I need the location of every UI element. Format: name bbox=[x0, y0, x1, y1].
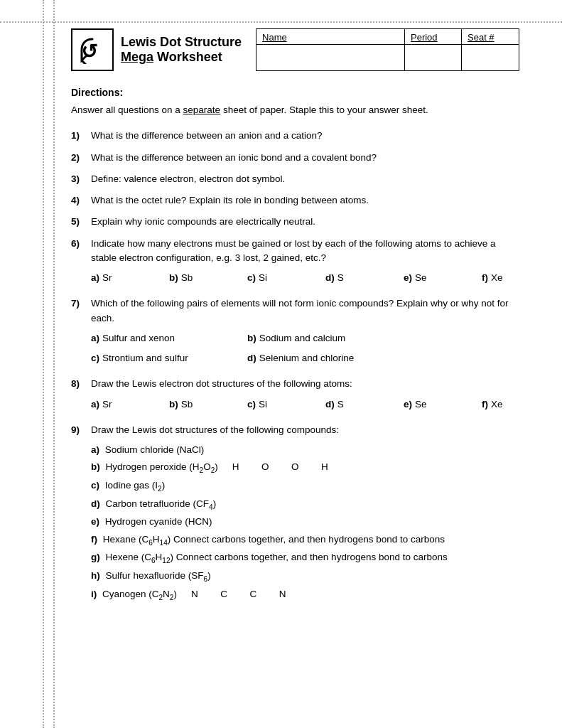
field-name-value[interactable] bbox=[256, 45, 404, 70]
q8-number: 8) bbox=[71, 377, 91, 391]
q6-number: 6) bbox=[71, 237, 91, 251]
dotted-line-left1 bbox=[43, 0, 44, 728]
q8-d-label: d) bbox=[325, 397, 335, 412]
q6-c-value: Si bbox=[259, 271, 267, 285]
q8-c-label: c) bbox=[247, 397, 256, 412]
q6-c-label: c) bbox=[247, 271, 256, 285]
q9-number: 9) bbox=[71, 423, 91, 437]
q9-g: g) Hexene (C6H12) Connect carbons togeth… bbox=[91, 550, 448, 566]
q6-text: Indicate how many electrons must be gain… bbox=[91, 237, 519, 266]
q7-b-label: b) bbox=[247, 331, 256, 346]
q7-d-value: Selenium and chlorine bbox=[259, 351, 355, 365]
header-title: Lewis Dot Structure Mega Worksheet bbox=[121, 28, 242, 71]
directions-underline: separate bbox=[183, 105, 221, 115]
directions-pre: Answer all questions on a bbox=[71, 105, 183, 115]
dotted-line-left2 bbox=[53, 0, 55, 728]
question-1: 1) What is the difference between an ani… bbox=[71, 129, 519, 143]
field-name: Name bbox=[256, 29, 405, 70]
q6-d-label: d) bbox=[325, 271, 335, 285]
q8-c: c) Si bbox=[247, 397, 325, 412]
q9-e-label: e) bbox=[91, 515, 99, 529]
header-icon-box: ↺ bbox=[71, 28, 114, 71]
q8-e-label: e) bbox=[404, 397, 412, 412]
q7-a-label: a) bbox=[91, 331, 99, 346]
field-seat-label: Seat # bbox=[462, 29, 519, 45]
q8-e-value: Se bbox=[415, 397, 427, 412]
field-period-label: Period bbox=[405, 29, 461, 45]
directions-label: Directions: bbox=[71, 85, 519, 100]
q2-number: 2) bbox=[71, 151, 91, 165]
field-seat: Seat # bbox=[462, 29, 519, 70]
q1-text: What is the difference between an anion … bbox=[91, 129, 519, 143]
q9-f: f) Hexane (C6H14) Connect carbons togeth… bbox=[91, 532, 448, 548]
q9-a-label: a) bbox=[91, 443, 99, 457]
q7-b: b) Sodium and calcium bbox=[247, 331, 345, 346]
q6-f: f) Xe bbox=[482, 271, 560, 285]
q7-d: d) Selenium and chlorine bbox=[247, 351, 354, 365]
q9-d: d) Carbon tetrafluoride (CF4) bbox=[91, 497, 448, 513]
worksheet-page: ↺ Lewis Dot Structure Mega Worksheet Nam… bbox=[0, 0, 562, 728]
q6-e: e) Se bbox=[404, 271, 482, 285]
q9-g-label: g) bbox=[91, 550, 100, 564]
q9-b: b) Hydrogen peroxide (H2O2) H O O H bbox=[91, 460, 448, 476]
q7-row2: c) Strontium and sulfur d) Selenium and … bbox=[91, 351, 354, 365]
q3-text: Define: valence electron, electron dot s… bbox=[91, 172, 519, 186]
field-period-value[interactable] bbox=[405, 45, 461, 70]
q6-f-label: f) bbox=[482, 271, 488, 285]
q4-text: What is the octet rule? Explain its role… bbox=[91, 193, 519, 208]
q9-b-text: Hydrogen peroxide (H2O2) bbox=[103, 460, 218, 476]
title-line1: Lewis Dot Structure bbox=[121, 35, 242, 50]
q6-e-value: Se bbox=[415, 271, 427, 285]
q8-a-label: a) bbox=[91, 397, 99, 412]
question-5: 5) Explain why ionic compounds are elect… bbox=[71, 215, 519, 229]
q1-number: 1) bbox=[71, 129, 91, 143]
q8-d-value: S bbox=[337, 397, 344, 412]
q9-text: Draw the Lewis dot structures of the fol… bbox=[91, 423, 339, 437]
q9-g-text: Hexene (C6H12) Connect carbons together,… bbox=[103, 550, 448, 566]
q7-text: Which of the following pairs of elements… bbox=[91, 296, 519, 326]
q9-a: a) Sodium chloride (NaCl) bbox=[91, 443, 448, 457]
q9-h-label: h) bbox=[91, 569, 100, 583]
q8-e: e) Se bbox=[404, 397, 482, 412]
directions-post: sheet of paper. Staple this to your answ… bbox=[220, 105, 428, 115]
q7-c-label: c) bbox=[91, 351, 99, 365]
q8-a: a) Sr bbox=[91, 397, 169, 412]
q9-h-text: Sulfur hexafluoride (SF6) bbox=[103, 569, 211, 584]
question-3: 3) Define: valence electron, electron do… bbox=[71, 172, 519, 186]
q6-sub-row: a) Sr b) Sb c) Si d) S e) Se f) Xe bbox=[91, 271, 560, 285]
q9-a-text: Sodium chloride (NaCl) bbox=[102, 443, 204, 457]
q7-c: c) Strontium and sulfur bbox=[91, 351, 247, 365]
q9-h: h) Sulfur hexafluoride (SF6) bbox=[91, 569, 448, 584]
field-period: Period bbox=[405, 29, 462, 70]
q9-e: e) Hydrogen cyanide (HCN) bbox=[91, 515, 448, 529]
q9-c-label: c) bbox=[91, 478, 99, 493]
q8-sub-row: a) Sr b) Sb c) Si d) S e) Se f) Xe bbox=[91, 397, 560, 412]
q8-text: Draw the Lewis electron dot structures o… bbox=[91, 377, 352, 391]
q6-e-label: e) bbox=[404, 271, 412, 285]
q7-a: a) Sulfur and xenon bbox=[91, 331, 247, 346]
q6-c: c) Si bbox=[247, 271, 325, 285]
q9-i-label: i) bbox=[91, 587, 97, 601]
q9-f-label: f) bbox=[91, 532, 97, 547]
q6-b: b) Sb bbox=[169, 271, 247, 285]
q6-a-value: Sr bbox=[102, 271, 112, 285]
title-worksheet: Worksheet bbox=[157, 50, 222, 64]
q8-c-value: Si bbox=[259, 397, 267, 412]
worksheet-header: ↺ Lewis Dot Structure Mega Worksheet Nam… bbox=[71, 28, 519, 71]
q9-f-text: Hexane (C6H14) Connect carbons together,… bbox=[100, 532, 445, 548]
q7-row1: a) Sulfur and xenon b) Sodium and calciu… bbox=[91, 331, 354, 346]
q6-a: a) Sr bbox=[91, 271, 169, 285]
dotted-line-top bbox=[0, 21, 562, 23]
q9-b-label: b) bbox=[91, 460, 100, 474]
q9-c: c) Iodine gas (I2) bbox=[91, 478, 448, 494]
q7-number: 7) bbox=[71, 296, 91, 311]
q9-b-extra: H O O H bbox=[232, 460, 334, 474]
q8-a-value: Sr bbox=[102, 397, 112, 412]
field-seat-value[interactable] bbox=[462, 45, 519, 70]
header-fields: Name Period Seat # bbox=[256, 28, 519, 71]
svg-text:↺: ↺ bbox=[81, 41, 97, 63]
question-4: 4) What is the octet rule? Explain its r… bbox=[71, 193, 519, 208]
q9-c-text: Iodine gas (I2) bbox=[102, 478, 165, 494]
question-2: 2) What is the difference between an ion… bbox=[71, 151, 519, 165]
q7-b-value: Sodium and calcium bbox=[259, 331, 346, 346]
